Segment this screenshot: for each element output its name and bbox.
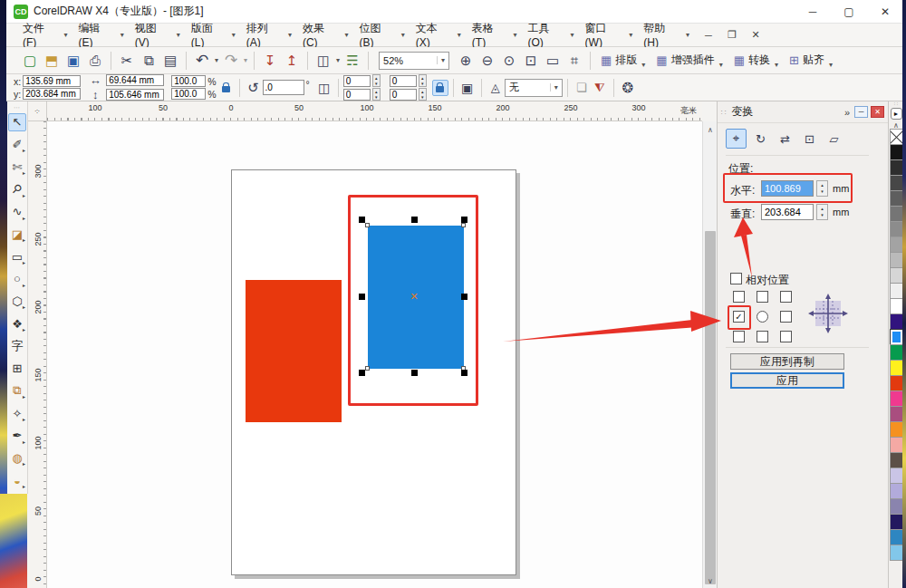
options-icon[interactable]: ☴ (342, 50, 363, 72)
layout-plugin-button[interactable]: ▦ 排版 ▾ (601, 53, 645, 68)
object-width-input[interactable] (106, 74, 164, 86)
docker-minimize-button[interactable]: ─ (854, 106, 868, 118)
menu-tools[interactable]: 工具(O) (524, 19, 561, 51)
selection-handle-t[interactable] (411, 217, 418, 223)
application-launcher-icon[interactable]: ◫ (313, 50, 334, 72)
anchor-radio-center[interactable] (757, 311, 768, 323)
color-swatch[interactable] (890, 437, 903, 453)
pick-tool[interactable]: ↖ (8, 113, 26, 131)
color-swatch[interactable] (890, 360, 903, 376)
docker-close-button[interactable]: ✕ (871, 106, 884, 118)
freehand-tool[interactable]: ∿► (8, 203, 26, 221)
color-swatch[interactable] (890, 144, 903, 160)
spinner-icon[interactable]: ▴▾ (419, 88, 427, 101)
color-swatch[interactable] (890, 468, 903, 484)
menu-layout[interactable]: 版面(L) (188, 19, 223, 51)
color-swatch[interactable] (890, 283, 903, 299)
menu-text[interactable]: 文本(X) (412, 19, 448, 51)
scrollbar-thumb[interactable] (705, 231, 716, 584)
import-icon[interactable]: ↧ (259, 50, 281, 72)
zoom-to-page-icon[interactable]: ▭ (542, 50, 564, 72)
cut-icon[interactable]: ✂ (116, 50, 138, 72)
color-swatch[interactable] (890, 175, 903, 191)
mirror-buttons-icon[interactable]: ◫ (315, 81, 333, 95)
object-corner-node[interactable] (365, 366, 370, 371)
text-wrap-icon[interactable]: ▣ (458, 81, 477, 95)
polygon-tool[interactable]: ⬡► (8, 293, 26, 311)
menu-help[interactable]: 帮助(H) (640, 19, 677, 51)
minimize-button[interactable]: ─ (795, 1, 831, 23)
lock-ratio-button[interactable] (218, 80, 235, 96)
docker-collapse-icon[interactable]: » (844, 107, 850, 118)
color-swatch-selected[interactable] (890, 329, 903, 345)
to-front-icon[interactable]: ❏ (573, 81, 591, 94)
redo-dropdown-icon[interactable]: ▾ (244, 56, 247, 64)
menu-file[interactable]: 文件(F) (19, 19, 55, 51)
spinner-icon[interactable]: ▴▾ (419, 74, 427, 87)
selection-handle-tr[interactable] (461, 217, 467, 223)
eyedropper-tool[interactable]: ✧► (8, 404, 26, 422)
no-color-swatch[interactable] (890, 129, 903, 145)
vertical-ruler[interactable]: 300 250 200 150 100 50 0 (28, 121, 47, 588)
color-swatch[interactable] (890, 498, 903, 515)
relative-position-checkbox[interactable] (730, 273, 742, 284)
spinner-icon[interactable]: ▴▾ (372, 88, 381, 101)
copy-icon[interactable]: ⧉ (138, 50, 159, 72)
selection-handle-b[interactable] (411, 370, 418, 376)
table-tool[interactable]: ⊞ (8, 360, 26, 378)
color-swatch[interactable] (890, 390, 903, 407)
shape-tool[interactable]: ✐► (8, 136, 26, 154)
spinner-icon[interactable]: ▴▾ (372, 74, 381, 87)
corner-radius-tl-input[interactable] (343, 75, 371, 87)
orange-rectangle-shape[interactable] (246, 280, 342, 422)
selection-handle-tl[interactable] (359, 217, 365, 223)
symmetry-icon[interactable]: ❂ (619, 80, 637, 96)
outline-caret-icon[interactable]: ▾ (550, 83, 558, 92)
convert-plugin-button[interactable]: ▦ 转换 ▾ (734, 53, 778, 68)
lock-corners-button[interactable] (432, 80, 448, 96)
vertical-spinner[interactable]: ▴▾ (816, 204, 828, 220)
rotate-mode-button[interactable]: ↻ (750, 129, 771, 149)
color-swatch[interactable] (890, 375, 903, 391)
color-swatch[interactable] (890, 298, 903, 314)
print-icon[interactable]: ⎙ (84, 50, 106, 72)
object-height-input[interactable] (106, 89, 164, 101)
doc-close-button[interactable]: ✕ (744, 26, 767, 44)
corner-radius-br-input[interactable] (390, 89, 417, 101)
outline-width-combobox[interactable]: 无 ▾ (505, 79, 563, 97)
corner-radius-tr-input[interactable] (390, 75, 417, 87)
canvas-vertical-scrollbar[interactable]: ∧ ∨ (702, 121, 717, 588)
vertical-value-input[interactable] (761, 204, 814, 220)
color-swatch[interactable] (890, 236, 903, 253)
color-swatch[interactable] (890, 421, 903, 438)
undo-dropdown-icon[interactable]: ▾ (215, 56, 218, 64)
drawing-canvas[interactable]: ✕ (47, 121, 702, 588)
color-swatch[interactable] (890, 267, 903, 284)
undo-icon[interactable]: ↶ (191, 50, 213, 72)
position-mode-button[interactable]: ⌖ (726, 129, 747, 149)
interactive-fill-tool[interactable]: ◒► (8, 471, 26, 489)
anchor-checkbox-bottom-right[interactable] (780, 331, 792, 342)
anchor-checkbox-top-right[interactable] (780, 291, 792, 303)
anchor-checkbox-middle-right[interactable] (780, 311, 792, 323)
ellipse-tool[interactable]: ○► (8, 270, 26, 288)
anchor-checkbox-top-left[interactable] (733, 291, 745, 303)
menu-edit[interactable]: 编辑(E) (75, 19, 111, 51)
redo-icon[interactable]: ↷ (220, 50, 242, 72)
apply-button[interactable]: 应用 (730, 372, 844, 389)
menu-arrange[interactable]: 排列(A) (243, 19, 279, 51)
snap-button[interactable]: ⊞ 贴齐 ▾ (789, 53, 833, 68)
corner-radius-bl-input[interactable] (343, 89, 371, 101)
outline-pen-tool[interactable]: ✒► (8, 427, 26, 445)
color-swatch[interactable] (890, 545, 903, 561)
maximize-button[interactable]: ▢ (831, 1, 867, 23)
text-tool[interactable]: 字 (8, 337, 26, 355)
selection-handle-bl[interactable] (359, 370, 365, 376)
blend-tool[interactable]: ⧉► (8, 381, 26, 400)
zoom-tool[interactable]: ⚲► (8, 180, 26, 198)
selection-handle-r[interactable] (461, 294, 467, 300)
close-button[interactable]: ✕ (867, 1, 903, 23)
color-swatch[interactable] (890, 344, 903, 361)
zoom-out-icon[interactable]: ⊖ (477, 50, 498, 72)
scroll-down-icon[interactable]: ∨ (703, 574, 718, 588)
